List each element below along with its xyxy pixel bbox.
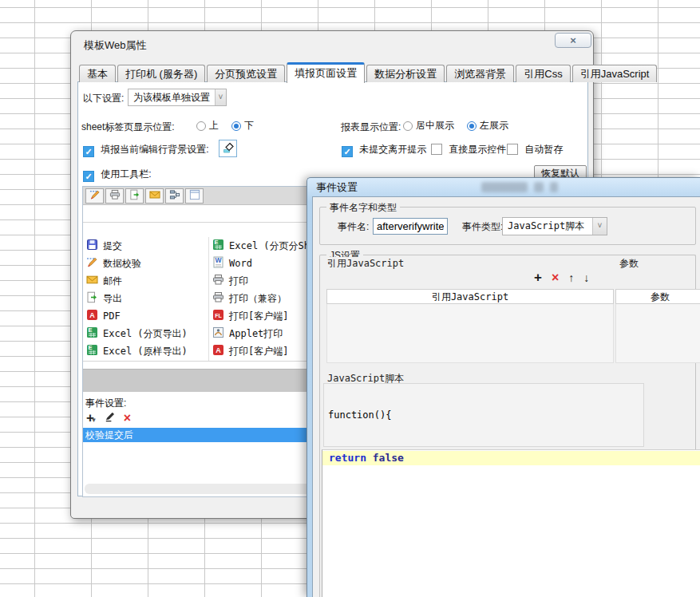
checkbox-icon[interactable] <box>507 144 518 155</box>
checkbox-icon[interactable] <box>342 146 353 157</box>
tab[interactable]: 引用Css <box>516 65 570 82</box>
script-editor[interactable]: return false <box>322 449 700 597</box>
list-item-label: 邮件 <box>103 275 122 288</box>
tab[interactable]: 打印机 (服务器) <box>117 65 205 82</box>
scope-dropdown[interactable]: 为该模板单独设置 ˅ <box>128 89 227 106</box>
mail-icon <box>86 274 98 288</box>
list-item[interactable]: E Excel (原样导出) <box>86 342 208 360</box>
printer-icon <box>212 291 224 306</box>
radio-label: 上 <box>209 119 219 132</box>
checkbox-label: 自动暂存 <box>524 144 563 155</box>
floppy-icon <box>86 239 98 253</box>
params-table-body[interactable] <box>615 304 700 363</box>
close-icon: × <box>570 34 576 46</box>
ref-js-table-header: 引用JavaScript <box>326 289 614 304</box>
checkbox-label: 填报当前编辑行背景设置: <box>101 144 208 155</box>
tab-bar: 基本打印机 (服务器)分页预览设置填报页面设置数据分析设置浏览器背景引用Css引… <box>79 61 658 82</box>
tab[interactable]: 浏览器背景 <box>446 65 514 82</box>
list-item-label: Word <box>229 258 252 269</box>
scope-label: 以下设置: <box>83 92 124 105</box>
list-item-label: 打印[客户端] <box>229 310 288 323</box>
list-item[interactable]: 数据校验 <box>86 255 208 272</box>
event-type-dropdown[interactable]: JavaScript脚本 ˅ <box>502 217 607 235</box>
tab[interactable]: 数据分析设置 <box>366 65 445 82</box>
report-pos-label: 报表显示位置: <box>341 121 401 134</box>
radio-icon <box>467 121 477 131</box>
radio-icon <box>196 121 206 131</box>
dialog-title: 模板Web属性 <box>84 38 147 53</box>
remove-ref-button[interactable]: × <box>552 271 559 285</box>
ref-js-label: 引用JavaScript <box>325 257 406 271</box>
list-item[interactable]: 提交 <box>86 237 208 255</box>
radio-option[interactable]: 左展示 <box>467 119 508 132</box>
list-item-label: Excel (分页导出) <box>103 327 188 341</box>
word-icon: W <box>212 256 224 271</box>
pdf-icon: A <box>86 309 98 323</box>
radio-option[interactable]: 上 <box>196 119 219 132</box>
checkbox-icon[interactable] <box>431 144 442 155</box>
tab[interactable]: 分页预览设置 <box>207 65 285 82</box>
list-item-label: 提交 <box>103 239 122 253</box>
column-divider <box>208 237 209 361</box>
dialog-client-area: 事件名字和类型 事件名: 事件类型: JavaScript脚本 ˅ JS设置 引… <box>312 196 700 597</box>
pdf-icon: A <box>212 344 224 358</box>
event-name-input[interactable] <box>373 218 448 235</box>
event-type-label: 事件类型: <box>462 220 503 234</box>
layout-icon <box>169 189 180 203</box>
toolbar-preview-button[interactable] <box>185 188 204 204</box>
row-bg-color-button[interactable] <box>219 140 237 157</box>
function-signature: function(){ <box>328 409 391 421</box>
toolbar-preview-button[interactable] <box>105 188 124 204</box>
event-toolbar: + ▾ × <box>86 410 131 426</box>
keyword-token: return <box>329 452 366 464</box>
mail-icon <box>149 189 160 203</box>
event-type-value: JavaScript脚本 <box>503 219 592 233</box>
svg-text:A: A <box>89 311 95 319</box>
list-item[interactable]: E Excel (分页导出) <box>86 325 208 342</box>
arrow-down-icon: ↓ <box>583 271 589 284</box>
radio-option[interactable]: 下 <box>231 119 254 132</box>
tab[interactable]: 基本 <box>79 65 116 82</box>
edit-pencil-icon <box>104 414 116 425</box>
list-item[interactable]: 导出 <box>86 290 208 307</box>
export-icon <box>86 291 98 306</box>
toolbar-preview-button[interactable] <box>125 188 144 204</box>
report-pos-radio-group: 居中展示 左展示 <box>403 119 508 132</box>
toolbar-preview-button[interactable] <box>165 188 184 204</box>
applet-icon <box>212 326 224 341</box>
move-down-button[interactable]: ↓ <box>583 271 589 284</box>
svg-text:E: E <box>88 344 92 351</box>
list-item[interactable]: A PDF <box>86 307 208 325</box>
list-item-label: 数据校验 <box>103 257 141 271</box>
list-item-label: 打印[客户端] <box>229 345 288 358</box>
list-item[interactable]: 邮件 <box>86 272 208 290</box>
add-event-button[interactable]: + ▾ <box>86 411 96 425</box>
move-up-button[interactable]: ↑ <box>568 271 574 284</box>
paint-bucket-icon <box>222 141 235 156</box>
checkbox-icon[interactable] <box>83 171 94 182</box>
event-settings-label: 事件设置: <box>85 397 126 410</box>
leave-prompt-checkbox-row: 未提交离开提示 <box>342 143 426 157</box>
svg-text:FL: FL <box>215 313 222 318</box>
editor-current-line[interactable]: return false <box>322 451 700 465</box>
close-button[interactable]: × <box>555 33 591 48</box>
checkbox-icon[interactable] <box>83 146 94 157</box>
print-client-icon: FL <box>212 309 224 323</box>
js-settings-groupbox: JS设置 引用JavaScript + × ↑ ↓ 引用JavaScript 参… <box>319 255 696 597</box>
tab[interactable]: 填报页面设置 <box>287 62 365 83</box>
edit-event-button[interactable] <box>104 411 116 425</box>
scope-dropdown-value: 为该模板单独设置 <box>129 91 215 105</box>
delete-x-icon: × <box>124 411 131 425</box>
ref-js-table-body[interactable] <box>326 304 614 363</box>
toolbar-preview-button[interactable] <box>85 188 104 204</box>
ref-js-toolbar: + × ↑ ↓ <box>534 270 589 286</box>
auto-stash-checkbox-row: 自动暂存 <box>507 143 563 156</box>
delete-event-button[interactable]: × <box>124 411 131 425</box>
event-settings-dialog: 事件设置 事件名字和类型 事件名: 事件类型: JavaScript脚本 ˅ J… <box>306 177 700 597</box>
tab[interactable]: 引用JavaScript <box>572 65 658 82</box>
add-ref-button[interactable]: + <box>534 270 542 286</box>
direct-controls-checkbox-row: 直接显示控件 <box>431 143 506 156</box>
radio-option[interactable]: 居中展示 <box>403 119 454 132</box>
toolbar-preview-button[interactable] <box>145 188 164 204</box>
chevron-down-icon: ▾ <box>92 416 96 424</box>
